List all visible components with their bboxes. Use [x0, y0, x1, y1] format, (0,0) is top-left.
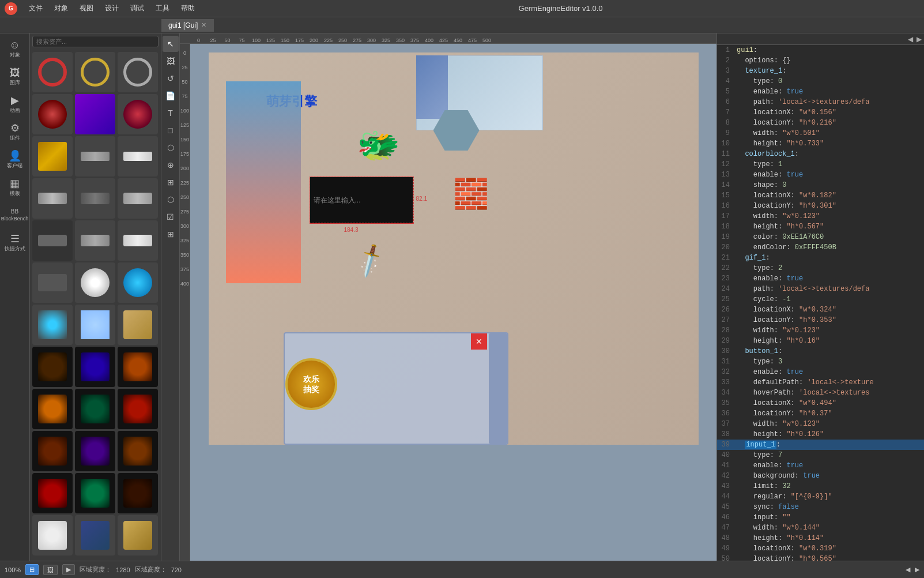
- code-line-49[interactable]: 49 locationX: "w*0.319": [717, 543, 924, 554]
- code-line-46[interactable]: 46 input: "": [717, 512, 924, 523]
- asset-item[interactable]: [75, 94, 115, 134]
- code-line-23[interactable]: 23 enable: true: [717, 273, 924, 284]
- asset-item[interactable]: [32, 389, 73, 429]
- canvas-color-block[interactable]: [226, 81, 301, 283]
- asset-item[interactable]: [32, 220, 73, 261]
- asset-item[interactable]: [118, 136, 158, 177]
- asset-item[interactable]: [118, 473, 158, 513]
- code-line-45[interactable]: 45 sync: false: [717, 502, 924, 512]
- asset-item[interactable]: [118, 305, 158, 345]
- asset-item[interactable]: [118, 431, 158, 471]
- code-line-4[interactable]: 4 type: 0: [717, 76, 924, 87]
- asset-item[interactable]: [118, 389, 158, 429]
- code-line-27[interactable]: 27 locationY: "h*0.353": [717, 315, 924, 325]
- tool-select[interactable]: ↖: [163, 36, 179, 52]
- code-line-5[interactable]: 5 enable: true: [717, 87, 924, 97]
- canvas-viewport[interactable]: 萌芽引擎 🐲 请在这里输入...: [190, 44, 716, 561]
- code-line-30[interactable]: 30 button_1:: [717, 346, 924, 356]
- asset-search-input[interactable]: [32, 36, 159, 47]
- code-line-33[interactable]: 33 defaultPath: 'local<->texture: [717, 377, 924, 388]
- tool-text[interactable]: T: [163, 105, 179, 121]
- sidebar-item-shortcuts[interactable]: ☰ 快捷方式: [2, 230, 28, 256]
- code-line-25[interactable]: 25 cycle: -1: [717, 294, 924, 305]
- asset-item[interactable]: [32, 136, 73, 177]
- code-line-14[interactable]: 14 shape: 0: [717, 180, 924, 190]
- bottom-btn-grid[interactable]: ⊞: [25, 564, 39, 575]
- tool-image[interactable]: 🖼: [163, 53, 179, 69]
- code-line-35[interactable]: 35 locationX: "w*0.494": [717, 398, 924, 408]
- tool-document[interactable]: 📄: [163, 88, 179, 104]
- canvas-lottery-button[interactable]: 欢乐抽奖: [285, 358, 337, 410]
- asset-item[interactable]: [118, 262, 158, 303]
- code-line-19[interactable]: 19 color: 0xEE1A76C0: [717, 232, 924, 242]
- bottom-btn-image[interactable]: 🖼: [43, 565, 58, 575]
- canvas-scroll-handle[interactable]: [489, 333, 507, 444]
- code-line-37[interactable]: 37 width: "w*0.123": [717, 419, 924, 429]
- menu-object[interactable]: 对象: [50, 2, 73, 14]
- code-line-38[interactable]: 38 height: "h*0.126": [717, 429, 924, 440]
- asset-item[interactable]: [118, 94, 158, 134]
- scroll-left-icon[interactable]: ◀: [906, 566, 910, 573]
- right-panel-arrow-right[interactable]: ▶: [917, 35, 922, 43]
- code-line-36[interactable]: 36 locationY: "h*0.37": [717, 408, 924, 419]
- code-line-31[interactable]: 31 type: 3: [717, 356, 924, 367]
- asset-item[interactable]: [75, 305, 115, 345]
- asset-item[interactable]: [118, 515, 158, 556]
- asset-item[interactable]: [118, 52, 158, 92]
- canvas-texture-inner[interactable]: [416, 55, 448, 119]
- scroll-right-icon[interactable]: ▶: [915, 566, 919, 573]
- asset-item[interactable]: [118, 178, 158, 219]
- code-line-50[interactable]: 50 locationY: "h*0.565": [717, 554, 924, 561]
- menu-design[interactable]: 设计: [100, 2, 123, 14]
- sidebar-item-template[interactable]: ▦ 模板: [2, 174, 28, 201]
- code-line-48[interactable]: 48 height: "h*0.114": [717, 533, 924, 543]
- canvas-scroll[interactable]: 0 25 50 75 100 125 150 175 200 225 250 2…: [180, 44, 716, 561]
- asset-item[interactable]: [75, 431, 115, 471]
- canvas-dragon-image[interactable]: 🐲: [341, 110, 416, 179]
- code-line-42[interactable]: 42 background: true: [717, 471, 924, 481]
- tool-copy[interactable]: ⊕: [163, 157, 179, 173]
- code-line-43[interactable]: 43 limit: 32: [717, 481, 924, 491]
- tool-blocks[interactable]: ⊞: [163, 226, 179, 242]
- asset-item[interactable]: [32, 515, 73, 556]
- code-line-40[interactable]: 40 type: 7: [717, 450, 924, 460]
- asset-item[interactable]: [32, 262, 73, 303]
- code-line-9[interactable]: 9 width: "w*0.501": [717, 128, 924, 138]
- code-line-39[interactable]: 39 input_1:: [717, 440, 924, 450]
- asset-item[interactable]: [75, 178, 115, 219]
- tool-checkbox[interactable]: ☑: [163, 209, 179, 225]
- code-line-17[interactable]: 17 width: "w*0.123": [717, 211, 924, 222]
- sidebar-item-client[interactable]: 👤 客户端: [2, 147, 28, 173]
- code-line-7[interactable]: 7 locationX: "w*0.156": [717, 107, 924, 118]
- tool-rotate[interactable]: ↺: [163, 70, 179, 87]
- asset-item[interactable]: [75, 52, 115, 92]
- code-line-3[interactable]: 3 texture_1:: [717, 66, 924, 76]
- sidebar-item-gallery[interactable]: 🖼 图库: [2, 63, 28, 90]
- asset-item[interactable]: [32, 347, 73, 387]
- tool-paste[interactable]: ⊞: [163, 174, 179, 190]
- canvas-input-element[interactable]: 请在这里输入...: [310, 177, 413, 224]
- asset-item[interactable]: [75, 220, 115, 261]
- menu-debug[interactable]: 调试: [126, 2, 149, 14]
- code-line-1[interactable]: 1gui1:: [717, 45, 924, 55]
- tab-gui1[interactable]: gui1 [Gui] ✕: [161, 19, 214, 32]
- code-line-2[interactable]: 2 options: {}: [717, 55, 924, 66]
- asset-item[interactable]: [32, 473, 73, 513]
- asset-item[interactable]: [118, 347, 158, 387]
- asset-item[interactable]: [75, 347, 115, 387]
- tool-rect[interactable]: □: [163, 122, 179, 138]
- code-line-13[interactable]: 13 enable: true: [717, 170, 924, 180]
- code-line-24[interactable]: 24 path: 'local<->textures/defa: [717, 284, 924, 294]
- sidebar-item-animation[interactable]: ▶ 动画: [2, 91, 28, 118]
- sidebar-item-blockbench[interactable]: BB BlockBench: [2, 202, 28, 228]
- asset-item[interactable]: [32, 305, 73, 345]
- asset-item[interactable]: [32, 52, 73, 92]
- code-line-29[interactable]: 29 height: "h*0.16": [717, 336, 924, 346]
- asset-item[interactable]: [75, 136, 115, 177]
- code-line-12[interactable]: 12 type: 1: [717, 159, 924, 170]
- asset-item[interactable]: [32, 178, 73, 219]
- code-line-47[interactable]: 47 width: "w*0.144": [717, 523, 924, 533]
- code-line-44[interactable]: 44 regular: "[^{0-9}]": [717, 491, 924, 502]
- asset-item[interactable]: [118, 220, 158, 261]
- asset-item[interactable]: [75, 262, 115, 303]
